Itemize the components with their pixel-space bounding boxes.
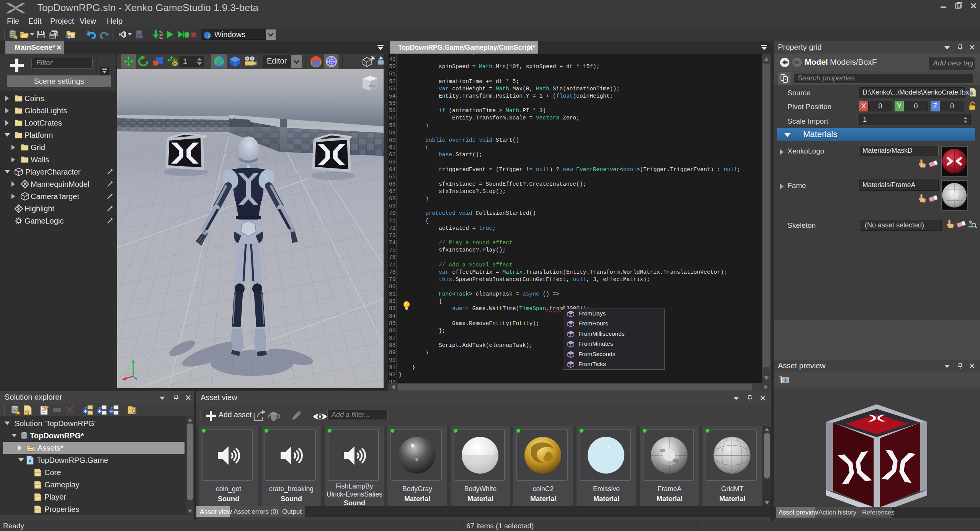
svg-text:01: 01	[159, 36, 163, 39]
svg-text:PROM: PROM	[369, 85, 376, 87]
svg-text:#: #	[29, 459, 31, 463]
